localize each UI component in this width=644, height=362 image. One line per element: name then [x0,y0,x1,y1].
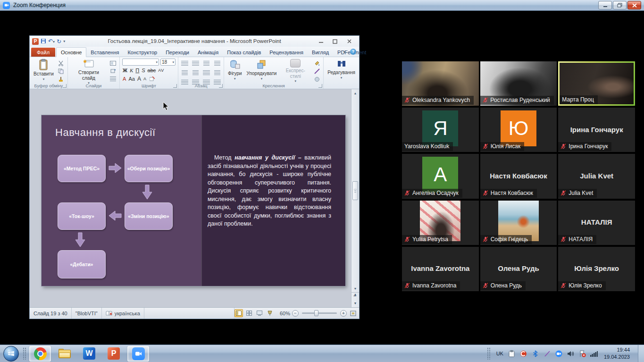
increase-indent-icon[interactable] [192,69,200,76]
bullets-icon[interactable] [181,60,189,67]
slide-editing-area[interactable]: Навчання в дискусії «Метод ПРЕС» «Обери … [30,89,351,308]
action-center-flag-icon[interactable] [578,350,586,358]
new-slide-button[interactable]: Створити слайд▾ [70,59,107,85]
shape-outline-icon[interactable] [313,67,321,75]
format-painter-button[interactable] [57,76,65,83]
shape-effects-icon[interactable] [313,76,321,83]
tab-показ-слайдів[interactable]: Показ слайдів [223,48,265,57]
font-size-select[interactable]: 18▾ [160,59,176,66]
strikethrough-button[interactable]: abc [147,67,157,73]
spellcheck-language[interactable]: українська [102,308,144,319]
slide-counter[interactable]: Слайд 19 з 40 [30,308,72,319]
participant-tile[interactable]: Настя КовбасюкНастя Ковбасюк [480,154,557,198]
participant-tile[interactable]: Yuliia Petrytsa [402,201,479,245]
columns-icon[interactable] [202,69,210,76]
shapes-button[interactable]: Фігури▾ [226,59,243,81]
slideshow-view-button[interactable] [266,309,274,317]
clipboard-manager-icon[interactable] [508,350,516,358]
scroll-up-icon[interactable]: ▲ [351,89,359,97]
font-name-select[interactable]: ▾ [122,59,159,66]
ppt-close-button[interactable] [342,37,356,46]
participant-tile[interactable]: ААнгеліна Осадчук [402,154,479,198]
section-button[interactable] [109,76,117,83]
decrease-indent-icon[interactable] [181,69,189,76]
slide-sorter-view-button[interactable] [245,309,253,317]
change-case-button[interactable]: Аа [128,76,135,82]
zoom-slider[interactable] [302,312,337,314]
fit-to-window-button[interactable] [349,309,357,317]
help-icon[interactable]: ? [350,49,356,55]
dialog-launcher[interactable] [219,84,223,88]
participant-tile[interactable]: Юлія ЗрелкоЮлія Зрелко [558,247,635,291]
taskbar-powerpoint[interactable]: P [103,346,125,362]
tab-вигляд[interactable]: Вигляд [308,48,333,57]
zoom-in-button[interactable]: + [340,310,347,317]
previous-slide-button[interactable]: ▲▔ [354,293,357,300]
normal-view-button[interactable] [234,309,243,317]
redo-button[interactable]: ↻ [57,39,61,44]
tab-рецензування[interactable]: Рецензування [265,48,308,57]
taskbar-zoom[interactable] [127,346,149,362]
dialog-launcher[interactable] [63,84,67,88]
quick-styles-button[interactable]: Експрес-стилі▾ [280,59,311,84]
participant-tile[interactable]: ЮЮлія Лисак [480,108,557,152]
layout-button[interactable] [109,59,117,67]
zoom-level[interactable]: 60% [280,311,290,316]
shrink-font-button[interactable]: А [143,76,147,81]
scroll-down-icon[interactable]: ▼ [351,285,359,292]
participant-tile[interactable]: Julia KvetJulia Kvet [558,154,635,198]
bluetooth-icon[interactable] [531,350,539,358]
customize-toolbar-icon[interactable]: ▾ [63,39,65,43]
theme-name[interactable]: "BlobVTI" [72,308,102,319]
participant-tile[interactable]: Олена РудьОлена Рудь [480,247,557,291]
paste-button[interactable]: Вставити▾ [32,59,55,82]
participant-tile[interactable]: Oleksandra Yankovych [402,61,479,106]
cut-button[interactable] [57,59,65,67]
stylus-pen-icon[interactable] [543,350,551,358]
undo-button[interactable]: ↶▾ [48,38,55,45]
taskbar-clock[interactable]: 19:44 19.04.2023 [602,346,634,361]
tab-вставлення[interactable]: Вставлення [86,48,123,57]
tab-конструктор[interactable]: Конструктор [123,48,161,57]
restore-button[interactable] [613,1,627,9]
shape-fill-icon[interactable] [313,59,321,67]
underline-button[interactable]: П [135,67,140,73]
close-button[interactable] [627,1,641,9]
italic-button[interactable]: К [129,67,134,73]
line-spacing-icon[interactable] [202,60,210,67]
editing-button[interactable]: Редагування▾ [326,59,357,80]
dialog-launcher[interactable] [318,84,322,88]
zoom-out-button[interactable]: − [292,310,299,317]
arrange-button[interactable]: Упорядкувати▾ [245,59,278,81]
tab-анімація[interactable]: Анімація [193,48,223,57]
tab-файл[interactable]: Файл [31,48,55,57]
vertical-scrollbar[interactable]: ▲ ▼ ▲▔ ▼▁ [351,89,359,308]
grow-font-button[interactable]: А [137,76,142,82]
participant-tile[interactable]: Софія Гнідець [480,201,557,245]
reading-view-button[interactable] [255,309,264,317]
start-button[interactable] [3,346,19,362]
collapse-ribbon-icon[interactable]: ▲ [343,50,347,54]
volume-icon[interactable] [567,350,575,358]
ppt-minimize-button[interactable] [314,37,328,46]
ccleaner-icon[interactable] [519,350,527,358]
minimize-button[interactable] [598,1,612,9]
network-signal-icon[interactable] [590,350,598,358]
participant-tile[interactable]: Марта Проц [558,61,635,106]
bold-button[interactable]: Ж [122,67,128,73]
shadow-button[interactable]: S [141,67,145,73]
taskbar-word[interactable]: W [78,346,100,362]
language-indicator[interactable]: UK [496,351,504,356]
participant-tile[interactable]: НАТАЛІЯНАТАЛІЯ [558,201,635,245]
clear-formatting-button[interactable] [148,75,156,82]
zoom-slider-thumb[interactable] [314,310,318,316]
participant-tile[interactable]: ЯYaroslava Kodliuk [402,108,479,152]
taskbar-file-explorer[interactable] [54,346,75,362]
participant-tile[interactable]: Ростислав Руденський [480,61,557,106]
text-shadow-button[interactable]: А [122,76,126,82]
tab-основне[interactable]: Основне [56,47,86,57]
slide-canvas[interactable]: Навчання в дискусії «Метод ПРЕС» «Обери … [42,115,345,286]
participant-tile[interactable]: Ivanna ZavorotnaIvanna Zavorotna [402,247,479,291]
scrollbar-thumb[interactable] [352,181,358,200]
ppt-maximize-button[interactable] [328,37,342,46]
